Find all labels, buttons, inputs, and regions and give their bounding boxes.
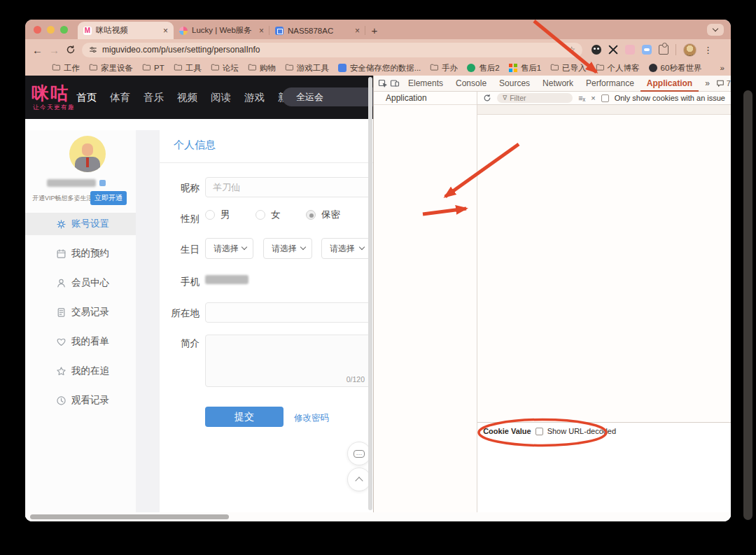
- bookmarks-overflow-button[interactable]: »: [720, 64, 724, 72]
- more-devtools-tabs[interactable]: »: [699, 76, 716, 92]
- birth-year-select[interactable]: 请选择: [205, 238, 253, 259]
- browser-menu-icon[interactable]: ⋮: [704, 45, 713, 55]
- clear-all-cookies-icon[interactable]: ≡ₓ: [578, 94, 585, 102]
- devtools-tab-elements[interactable]: Elements: [402, 76, 449, 92]
- tab-title: 咪咕视频: [96, 25, 159, 36]
- issues-button[interactable]: 7: [716, 79, 731, 87]
- back-to-top-button[interactable]: [347, 468, 371, 491]
- url-text[interactable]: miguvideo.com/p/user/setting/personalInf…: [102, 45, 563, 55]
- bookmark-item[interactable]: 个人博客: [596, 63, 640, 73]
- bookmark-item[interactable]: 工具: [174, 63, 202, 73]
- bookmark-item[interactable]: 家里设备: [89, 63, 133, 73]
- device-toolbar-icon[interactable]: [390, 78, 400, 89]
- browser-tab[interactable]: 咪咕视频×: [78, 22, 174, 39]
- page-scrollbar[interactable]: [368, 77, 372, 510]
- tab-search-button[interactable]: [707, 24, 724, 36]
- edit-username-icon[interactable]: [99, 180, 106, 186]
- radio-button[interactable]: [205, 210, 215, 220]
- site-search-input[interactable]: 全运会: [282, 87, 373, 106]
- chevron-down-icon: [241, 244, 247, 250]
- radio-button[interactable]: [306, 210, 316, 220]
- maximize-window-button[interactable]: [60, 26, 68, 34]
- bookmark-item[interactable]: 工作: [52, 63, 80, 73]
- bookmark-item[interactable]: 售后1: [509, 63, 541, 73]
- devtools-tab-network[interactable]: Network: [536, 76, 580, 92]
- panda-extension-icon[interactable]: [592, 45, 601, 55]
- site-nav-item[interactable]: 阅读: [211, 91, 231, 104]
- devtools-tab-console[interactable]: Console: [449, 76, 493, 92]
- minimize-window-button[interactable]: [47, 26, 55, 34]
- tab-close-icon[interactable]: ×: [259, 26, 264, 36]
- profile-avatar[interactable]: [683, 43, 696, 57]
- devtools-tab-application[interactable]: Application: [640, 76, 699, 92]
- address-bar[interactable]: miguvideo.com/p/user/setting/personalInf…: [82, 43, 582, 57]
- user-avatar[interactable]: [69, 136, 106, 172]
- site-nav-item[interactable]: 音乐: [144, 91, 164, 104]
- sidebar-item-my-watchlist[interactable]: 我的看单: [25, 330, 136, 353]
- feedback-chat-button[interactable]: …: [347, 442, 371, 465]
- vip-subscribe-button[interactable]: 立即开通: [90, 191, 127, 205]
- clipper-extension-icon[interactable]: [608, 45, 618, 55]
- nickname-input[interactable]: 羊刀仙: [205, 177, 371, 197]
- folder-icon: [52, 63, 60, 73]
- site-nav-item[interactable]: 体育: [110, 91, 130, 104]
- sidebar-item-member-center[interactable]: 会员中心: [25, 272, 136, 294]
- site-nav-item[interactable]: 首页: [76, 91, 97, 104]
- gender-option-1[interactable]: 男: [205, 209, 230, 221]
- sidebar-item-my-reservations[interactable]: 我的预约: [25, 242, 136, 265]
- site-settings-icon[interactable]: [89, 45, 97, 54]
- change-password-link[interactable]: 修改密码: [294, 412, 329, 424]
- sidebar-item-transactions[interactable]: 交易记录: [25, 301, 136, 323]
- sidebar-item-account-settings[interactable]: 账号设置: [25, 213, 136, 235]
- location-input[interactable]: [205, 302, 371, 323]
- forward-button[interactable]: →: [49, 45, 59, 55]
- bio-textarea[interactable]: 0/120: [205, 335, 371, 387]
- refresh-icon[interactable]: [483, 94, 491, 102]
- bookmark-item[interactable]: 安全储存您的数据...: [338, 63, 421, 73]
- reload-button[interactable]: [66, 45, 76, 55]
- bookmark-item[interactable]: 手办: [430, 63, 458, 73]
- bookmark-item[interactable]: 购物: [248, 63, 276, 73]
- gender-option-3[interactable]: 保密: [306, 209, 340, 221]
- only-show-issues-checkbox[interactable]: [601, 94, 609, 102]
- browser-tab[interactable]: NAS5878AC×: [270, 22, 365, 39]
- extensions-puzzle-icon[interactable]: [659, 45, 668, 55]
- bookmark-item[interactable]: 售后2: [467, 63, 499, 73]
- inspect-element-icon[interactable]: [378, 78, 388, 89]
- sidebar-item-label: 交易记录: [71, 306, 109, 318]
- folder-icon: [285, 63, 293, 73]
- show-url-decoded-checkbox[interactable]: [536, 428, 543, 435]
- migu-logo[interactable]: 咪咕: [31, 82, 69, 105]
- tab-close-icon[interactable]: ×: [355, 26, 360, 36]
- pink-extension-icon[interactable]: [625, 45, 635, 55]
- site-nav-item[interactable]: 视频: [177, 91, 197, 104]
- bookmark-item[interactable]: 已导入: [550, 63, 587, 73]
- bookmark-item[interactable]: 论坛: [211, 63, 239, 73]
- delete-cookie-icon[interactable]: ×: [591, 94, 595, 102]
- bookmark-item[interactable]: 60秒看世界: [649, 63, 702, 73]
- radio-button[interactable]: [255, 210, 265, 220]
- close-window-button[interactable]: [34, 26, 41, 34]
- devtools-tab-sources[interactable]: Sources: [493, 76, 536, 92]
- gender-option-2[interactable]: 女: [255, 209, 281, 221]
- submit-button[interactable]: 提交: [205, 407, 284, 427]
- cloud-extension-icon[interactable]: [642, 45, 652, 55]
- birth-day-select[interactable]: 请选择: [321, 238, 371, 259]
- panel-title: Application: [374, 92, 477, 105]
- bookmark-item[interactable]: PT: [142, 63, 164, 73]
- filter-input[interactable]: ∇ Filter: [497, 93, 573, 103]
- sidebar-item-my-following[interactable]: 我的在追: [25, 360, 136, 382]
- bookmark-item[interactable]: 游戏工具: [285, 63, 329, 73]
- sidebar-item-watch-history[interactable]: 观看记录: [25, 389, 136, 412]
- phone-label: 手机: [162, 276, 200, 288]
- birth-month-select[interactable]: 请选择: [263, 238, 312, 259]
- horizontal-scrollbar-thumb[interactable]: [30, 514, 229, 519]
- site-nav-item[interactable]: 游戏: [244, 91, 265, 104]
- browser-tab[interactable]: Lucky | Web服务×: [174, 22, 270, 39]
- tab-close-icon[interactable]: ×: [163, 26, 168, 36]
- bookmark-star-icon[interactable]: ☆: [568, 45, 575, 55]
- cookies-pane: ∇ Filter ≡ₓ × Only show cookies with an …: [477, 92, 731, 521]
- devtools-tab-performance[interactable]: Performance: [580, 76, 640, 92]
- back-button[interactable]: ←: [32, 45, 43, 55]
- new-tab-button[interactable]: +: [365, 22, 384, 39]
